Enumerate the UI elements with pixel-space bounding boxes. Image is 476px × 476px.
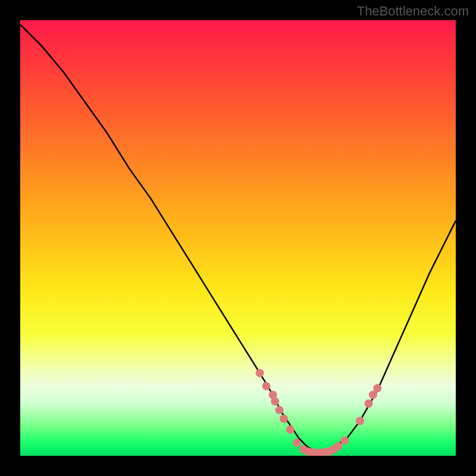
curve-marker (262, 382, 271, 390)
curve-markers (256, 369, 382, 456)
curve-marker (286, 425, 295, 434)
curve-marker (373, 384, 381, 393)
watermark-text: TheBottleneck.com (357, 4, 469, 19)
curve-marker (340, 436, 349, 444)
curve-marker (271, 397, 279, 406)
chart-plot-area (20, 20, 456, 456)
chart-svg (20, 20, 456, 456)
curve-marker (365, 399, 373, 408)
curve-marker (293, 439, 301, 447)
curve-marker (275, 406, 284, 414)
curve-marker (256, 369, 264, 377)
curve-marker (334, 442, 342, 450)
curve-marker (280, 415, 288, 423)
bottleneck-curve (20, 24, 456, 451)
curve-marker (356, 416, 364, 425)
